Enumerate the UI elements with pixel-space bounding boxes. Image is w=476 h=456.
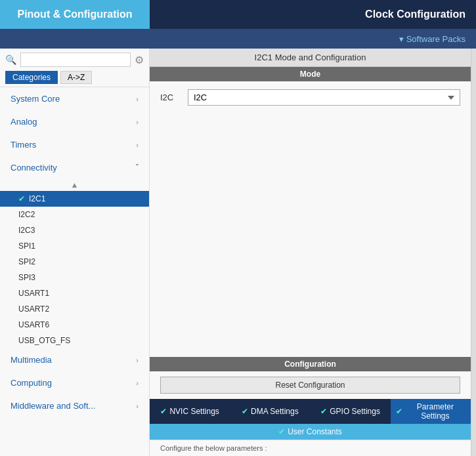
conn-item-label: USART6: [18, 320, 49, 329]
conn-item-label: I2C1: [29, 194, 45, 203]
check-circle-icon: ✔: [160, 407, 167, 416]
connectivity-items: ▲ ✔ I2C1 I2C2 I2C3 SPI1 SPI2 SPI3 USART1: [0, 179, 149, 348]
tab-label: DMA Settings: [251, 407, 299, 416]
check-circle-icon: ✔: [278, 427, 285, 436]
config-tabs: ✔ NVIC Settings ✔ DMA Settings ✔ GPIO Se…: [150, 399, 471, 440]
check-circle-icon: ✔: [242, 407, 248, 416]
conn-item-i2c1[interactable]: ✔ I2C1: [0, 191, 149, 207]
sidebar-item-middleware[interactable]: Middleware and Soft... ›: [0, 394, 149, 417]
tab-gpio-settings[interactable]: ✔ GPIO Settings: [311, 399, 391, 424]
chevron-down-icon: ▾: [399, 34, 404, 44]
content-spacer: [150, 114, 471, 357]
tab-parameter-settings[interactable]: ✔ Parameter Settings: [391, 399, 471, 424]
conn-item-label: SPI3: [18, 273, 35, 282]
sidebar-item-label: Analog: [11, 117, 37, 127]
filter-tabs: Categories A->Z: [0, 71, 149, 87]
search-icon: 🔍: [5, 54, 16, 65]
conn-item-i2c2[interactable]: I2C2: [0, 207, 149, 222]
chevron-right-icon: ›: [136, 379, 139, 387]
bottom-text: Configure the below parameters :: [150, 440, 471, 456]
tab-user-constants[interactable]: ✔ User Constants: [150, 424, 471, 440]
conn-item-label: USB_OTG_FS: [18, 336, 70, 345]
chevron-right-icon: ›: [136, 356, 139, 364]
sidebar-item-label: Connectivity: [11, 163, 57, 173]
conn-item-label: SPI2: [18, 257, 35, 266]
conn-item-usart2[interactable]: USART2: [0, 301, 149, 317]
conn-item-label: I2C2: [18, 210, 35, 219]
conn-item-label: SPI1: [18, 241, 35, 251]
sidebar: 🔍 ⚙ Categories A->Z System Core › Analog…: [0, 49, 150, 456]
software-packs-bar[interactable]: ▾ Software Packs: [0, 29, 476, 49]
conn-item-i2c3[interactable]: I2C3: [0, 222, 149, 238]
sidebar-item-multimedia[interactable]: Multimedia ›: [0, 348, 149, 371]
sidebar-item-analog[interactable]: Analog ›: [0, 110, 149, 133]
i2c-label: I2C: [160, 93, 180, 102]
tab-dma-settings[interactable]: ✔ DMA Settings: [230, 399, 310, 424]
conn-item-usart1[interactable]: USART1: [0, 285, 149, 301]
pinout-header: Pinout & Configuration: [0, 0, 150, 29]
conn-item-label: I2C3: [18, 226, 35, 235]
conn-item-usart6[interactable]: USART6: [0, 317, 149, 333]
mode-row: I2C I2C Disabled: [150, 81, 471, 114]
sidebar-item-system-core[interactable]: System Core ›: [0, 87, 149, 110]
scrollbar[interactable]: [471, 49, 476, 456]
sidebar-item-label: Timers: [11, 140, 36, 150]
tab-label: GPIO Settings: [330, 407, 380, 416]
tab-label: Parameter Settings: [405, 402, 465, 421]
software-packs-label: Software Packs: [406, 34, 465, 44]
conn-item-label: USART2: [18, 304, 49, 314]
tab-categories[interactable]: Categories: [5, 71, 58, 84]
check-circle-icon: ✔: [396, 407, 402, 416]
chevron-right-icon: ›: [136, 402, 139, 410]
conn-item-usb-otg-fs[interactable]: USB_OTG_FS: [0, 333, 149, 348]
tab-label: User Constants: [288, 427, 342, 436]
mode-section-label: Mode: [150, 67, 471, 81]
sidebar-item-computing[interactable]: Computing ›: [0, 371, 149, 394]
search-input[interactable]: [20, 52, 131, 67]
sidebar-item-label: Multimedia: [11, 355, 52, 365]
sidebar-item-label: Computing: [11, 378, 52, 388]
content-area: I2C1 Mode and Configuration Mode I2C I2C…: [150, 49, 471, 456]
sidebar-item-label: Middleware and Soft...: [11, 401, 95, 411]
chevron-right-icon: ›: [136, 95, 139, 103]
i2c-select[interactable]: I2C Disabled: [188, 89, 460, 106]
reset-configuration-button[interactable]: Reset Configuration: [160, 377, 460, 394]
chevron-down-icon: ˇ: [136, 163, 139, 173]
search-bar: 🔍 ⚙: [0, 49, 149, 71]
check-circle-icon: ✔: [320, 407, 327, 416]
tab-nvic-settings[interactable]: ✔ NVIC Settings: [150, 399, 230, 424]
sidebar-item-connectivity[interactable]: Connectivity ˇ: [0, 156, 149, 179]
check-icon: ✔: [18, 194, 25, 203]
sidebar-item-timers[interactable]: Timers ›: [0, 133, 149, 156]
clock-title: Clock Configuration: [365, 9, 465, 20]
conn-item-spi2[interactable]: SPI2: [0, 254, 149, 270]
sidebar-item-label: System Core: [11, 94, 60, 104]
clock-header: Clock Configuration: [150, 0, 476, 29]
scroll-up-icon[interactable]: ▲: [0, 179, 149, 191]
tab-label: NVIC Settings: [169, 407, 219, 416]
chevron-right-icon: ›: [136, 118, 139, 126]
tab-atoz[interactable]: A->Z: [60, 71, 92, 84]
gear-icon[interactable]: ⚙: [135, 54, 144, 66]
conn-item-label: USART1: [18, 289, 49, 298]
chevron-right-icon: ›: [136, 141, 139, 149]
config-section-label: Configuration: [150, 357, 471, 371]
content-title: I2C1 Mode and Configuration: [150, 49, 471, 67]
conn-item-spi1[interactable]: SPI1: [0, 238, 149, 254]
conn-item-spi3[interactable]: SPI3: [0, 270, 149, 285]
pinout-title: Pinout & Configuration: [17, 9, 132, 20]
